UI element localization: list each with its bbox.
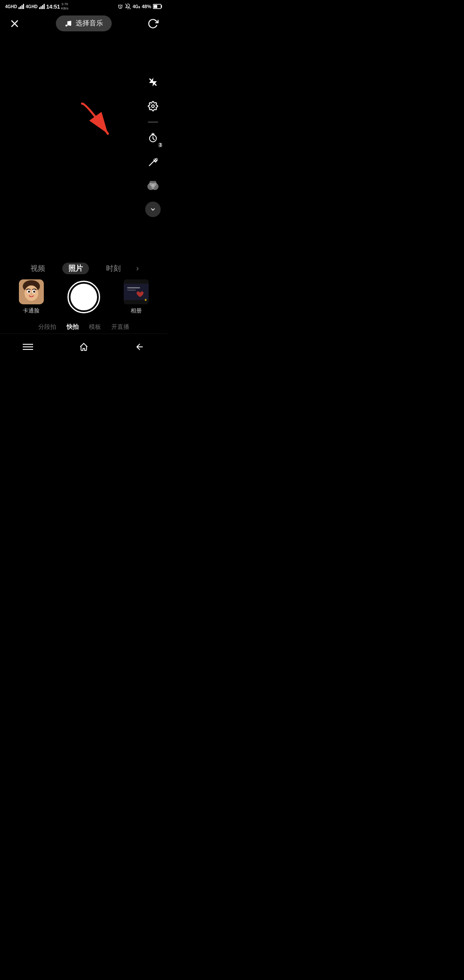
sub-tab-template[interactable]: 模板 xyxy=(89,323,101,331)
music-select-button[interactable]: 选择音乐 xyxy=(56,15,112,31)
timer-count: 3 xyxy=(158,143,162,147)
network-type: 4G₂ xyxy=(133,4,140,9)
status-left: 4GHD 4GHD 14:51 3.70KB/s xyxy=(5,2,68,10)
sub-mode-tabs: 分段拍 快拍 模板 开直播 xyxy=(0,319,168,334)
timer-icon xyxy=(148,133,158,143)
tab-photo-label: 照片 xyxy=(62,263,89,274)
close-button[interactable] xyxy=(7,16,22,31)
svg-rect-6 xyxy=(42,5,43,9)
nav-bar xyxy=(0,334,168,352)
svg-rect-0 xyxy=(18,7,20,9)
flip-camera-button[interactable] xyxy=(145,16,161,31)
red-arrow xyxy=(73,99,125,142)
flash-button[interactable] xyxy=(144,74,162,91)
flash-off-icon xyxy=(148,77,158,87)
cartoon-label: 卡通脸 xyxy=(23,307,40,315)
music-note-icon xyxy=(64,20,72,28)
status-bar: 4GHD 4GHD 14:51 3.70KB/s 4G₂ 48% xyxy=(0,0,168,12)
network-speed: 3.70KB/s xyxy=(61,2,68,10)
tab-moment[interactable]: 时刻 xyxy=(104,263,122,274)
album-button[interactable]: 相册 xyxy=(124,279,149,315)
mute-icon xyxy=(125,3,131,9)
cartoon-avatar xyxy=(19,279,44,304)
svg-rect-1 xyxy=(20,6,21,9)
svg-rect-11 xyxy=(154,5,158,8)
signal-2: 4GHD xyxy=(26,4,38,9)
bottom-controls: 卡通脸 相册 xyxy=(0,278,168,319)
camera-viewfinder: 3 xyxy=(0,35,168,258)
svg-rect-7 xyxy=(43,4,45,9)
beauty-button[interactable] xyxy=(144,153,162,171)
arrow-annotation xyxy=(73,99,125,142)
svg-point-15 xyxy=(69,24,71,26)
album-preview-svg xyxy=(124,279,149,304)
right-icon-panel: 3 xyxy=(144,74,162,217)
alarm-icon xyxy=(117,3,123,9)
svg-point-34 xyxy=(24,285,38,301)
more-modes-arrow[interactable]: › xyxy=(136,264,139,273)
shutter-outer-ring xyxy=(67,281,100,313)
music-label: 选择音乐 xyxy=(76,19,103,28)
nav-back-button[interactable] xyxy=(131,338,148,352)
menu-icon xyxy=(23,343,33,351)
svg-rect-5 xyxy=(40,6,42,9)
album-label: 相册 xyxy=(131,307,142,315)
close-icon xyxy=(10,19,19,28)
filter-button[interactable] xyxy=(144,178,162,195)
sub-tab-segment[interactable]: 分段拍 xyxy=(38,323,56,331)
svg-point-14 xyxy=(65,24,67,27)
battery-icon xyxy=(153,4,162,9)
svg-point-18 xyxy=(152,105,154,107)
svg-point-39 xyxy=(31,294,32,295)
sub-tab-live[interactable]: 开直播 xyxy=(111,323,129,331)
status-right: 4G₂ 48% xyxy=(117,3,162,9)
back-icon xyxy=(135,342,144,352)
refresh-icon xyxy=(147,18,159,29)
tab-photo[interactable]: 照片 xyxy=(61,263,91,274)
svg-rect-41 xyxy=(124,284,149,300)
sub-tab-quick[interactable]: 快拍 xyxy=(67,323,79,331)
svg-rect-4 xyxy=(39,7,40,9)
svg-point-37 xyxy=(28,291,30,293)
shutter-inner-circle xyxy=(70,284,97,310)
cartoon-face-svg xyxy=(19,279,44,304)
svg-rect-2 xyxy=(21,5,23,9)
svg-rect-3 xyxy=(23,4,24,9)
cartoon-face-button[interactable]: 卡通脸 xyxy=(19,279,44,315)
signal-bars-2 xyxy=(39,4,45,9)
icon-divider xyxy=(148,122,158,122)
settings-button[interactable] xyxy=(144,98,162,115)
signal-bars-1 xyxy=(18,4,24,9)
color-filter-icon xyxy=(147,181,159,191)
svg-line-9 xyxy=(125,4,131,9)
shutter-button[interactable] xyxy=(67,281,100,313)
top-bar: 选择音乐 xyxy=(0,12,168,35)
battery-percent: 48% xyxy=(142,4,151,9)
magic-wand-icon xyxy=(148,157,158,167)
signal-1: 4GHD xyxy=(5,4,17,9)
timer-button[interactable]: 3 xyxy=(144,129,162,147)
svg-rect-42 xyxy=(127,287,140,288)
gear-icon xyxy=(148,101,158,111)
more-icons-button[interactable] xyxy=(145,202,161,217)
svg-line-20 xyxy=(149,161,154,166)
album-thumbnail xyxy=(124,279,149,304)
svg-point-38 xyxy=(33,291,35,293)
tab-video[interactable]: 视频 xyxy=(29,263,47,274)
nav-menu-button[interactable] xyxy=(19,338,37,352)
home-icon xyxy=(79,342,89,352)
time-display: 14:51 xyxy=(46,3,60,10)
nav-home-button[interactable] xyxy=(75,338,92,352)
chevron-down-icon xyxy=(150,206,156,213)
album-image xyxy=(124,279,149,304)
mode-tabs: 视频 照片 时刻 › xyxy=(0,258,168,278)
svg-rect-43 xyxy=(127,290,136,291)
